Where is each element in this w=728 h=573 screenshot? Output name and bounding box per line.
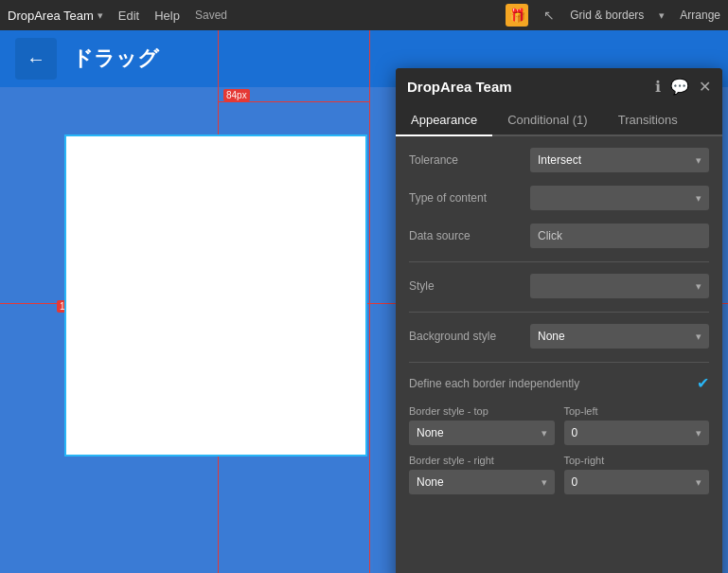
topbar: DropArea Team ▾ Edit Help Saved 🎁 ↖ Grid… xyxy=(0,0,728,30)
type-of-content-select[interactable] xyxy=(530,186,709,210)
border-style-right-col: Border style - right None xyxy=(409,455,555,494)
define-borders-row: Define each border independently ✔ xyxy=(409,374,709,392)
arrange-button[interactable]: Arrange xyxy=(680,9,720,22)
drop-area-box[interactable] xyxy=(64,134,367,457)
define-borders-label: Define each border independently xyxy=(409,377,579,390)
border-style-top-select[interactable]: None xyxy=(409,421,555,445)
page-title: ドラッグ xyxy=(72,45,159,73)
menu-edit[interactable]: Edit xyxy=(118,9,139,23)
panel-body: Tolerance Intersect Type of content xyxy=(396,136,722,573)
data-source-label: Data source xyxy=(409,229,523,242)
ruler-label-84px: 84px xyxy=(223,89,250,101)
saved-status: Saved xyxy=(195,9,227,22)
dropdown-arrow[interactable]: ▾ xyxy=(98,9,103,22)
cursor-icon: ↖ xyxy=(543,8,555,23)
top-right-label: Top-right xyxy=(564,455,710,466)
background-style-label: Background style xyxy=(409,330,523,343)
close-icon[interactable]: ✕ xyxy=(699,78,711,96)
background-style-select[interactable]: None xyxy=(530,324,709,349)
type-of-content-select-wrapper[interactable] xyxy=(530,186,709,210)
canvas-area: ← ドラッグ 84px 16px DropArea Team ℹ 💬 xyxy=(0,30,728,573)
border-style-top-col: Border style - top None xyxy=(409,405,555,445)
ruler-h-top xyxy=(218,101,369,102)
info-icon[interactable]: ℹ xyxy=(655,78,661,96)
tolerance-select-wrapper[interactable]: Intersect xyxy=(530,148,709,172)
data-source-input[interactable] xyxy=(530,224,709,248)
top-right-input[interactable] xyxy=(564,470,710,494)
panel-tabs: Appearance Conditional (1) Transitions xyxy=(396,105,722,136)
define-borders-check[interactable]: ✔ xyxy=(697,374,709,392)
style-label: Style xyxy=(409,279,523,293)
style-select-wrapper[interactable] xyxy=(530,274,709,298)
chat-icon[interactable]: 💬 xyxy=(670,78,689,96)
tab-conditional[interactable]: Conditional (1) xyxy=(492,105,603,136)
top-right-col: Top-right xyxy=(564,455,710,494)
properties-panel: DropArea Team ℹ 💬 ✕ Appearance Condition… xyxy=(396,68,722,573)
app-name-text: DropArea Team xyxy=(8,9,94,23)
tolerance-row: Tolerance Intersect xyxy=(409,148,709,172)
gift-icon[interactable]: 🎁 xyxy=(506,4,528,27)
border-top-row: Border style - top None Top-left xyxy=(409,405,709,445)
app-name[interactable]: DropArea Team ▾ xyxy=(8,9,103,23)
top-left-col: Top-left xyxy=(564,405,710,445)
grid-borders-button[interactable]: Grid & borders xyxy=(570,9,644,22)
grid-borders-arrow[interactable]: ▾ xyxy=(659,9,665,22)
border-style-top-label: Border style - top xyxy=(409,405,555,417)
border-right-row: Border style - right None Top-right xyxy=(409,455,709,494)
divider-3 xyxy=(409,362,709,363)
border-style-right-select-wrapper[interactable]: None xyxy=(409,470,555,494)
back-button[interactable]: ← xyxy=(15,38,57,80)
panel-header: DropArea Team ℹ 💬 ✕ xyxy=(396,68,722,105)
style-row: Style xyxy=(409,274,709,298)
divider-2 xyxy=(409,312,709,313)
type-of-content-label: Type of content xyxy=(409,191,523,205)
divider-1 xyxy=(409,261,709,262)
tab-appearance[interactable]: Appearance xyxy=(396,105,492,136)
border-style-right-label: Border style - right xyxy=(409,455,555,466)
type-of-content-row: Type of content xyxy=(409,186,709,210)
panel-header-icons: ℹ 💬 ✕ xyxy=(655,78,711,96)
border-style-top-select-wrapper[interactable]: None xyxy=(409,421,555,445)
ruler-vertical-right xyxy=(369,30,370,573)
top-left-input[interactable] xyxy=(564,421,710,445)
tolerance-label: Tolerance xyxy=(409,153,523,167)
top-left-input-wrapper[interactable] xyxy=(564,421,710,445)
menu-help[interactable]: Help xyxy=(154,9,180,23)
tab-transitions[interactable]: Transitions xyxy=(603,105,693,136)
style-select[interactable] xyxy=(530,274,709,298)
top-left-label: Top-left xyxy=(564,405,710,417)
top-right-input-wrapper[interactable] xyxy=(564,470,710,494)
data-source-row: Data source xyxy=(409,224,709,248)
background-style-row: Background style None xyxy=(409,324,709,349)
panel-title: DropArea Team xyxy=(407,79,512,95)
tolerance-select[interactable]: Intersect xyxy=(530,148,709,172)
background-style-select-wrapper[interactable]: None xyxy=(530,324,709,349)
border-style-right-select[interactable]: None xyxy=(409,470,555,494)
